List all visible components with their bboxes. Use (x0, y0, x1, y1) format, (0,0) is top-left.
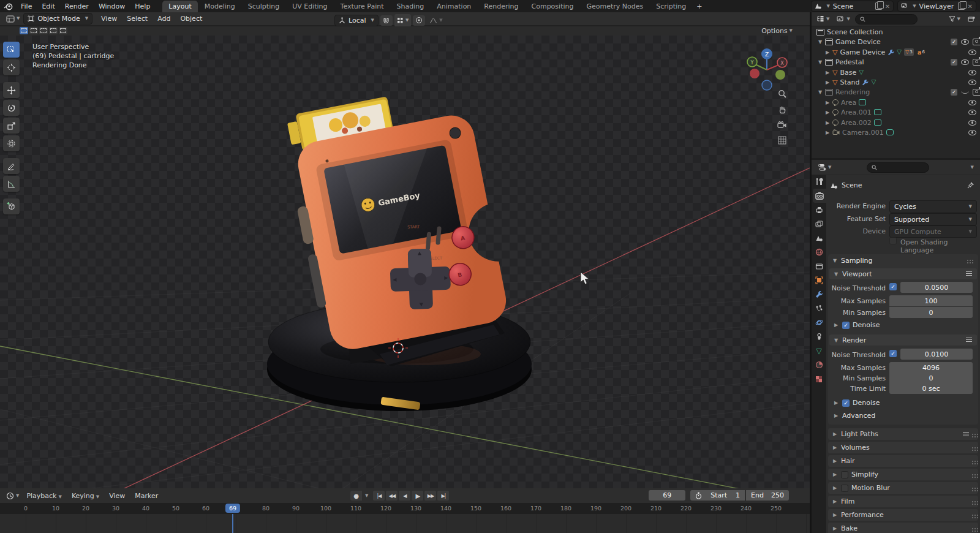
scene-selector[interactable]: ▼ Scene ✕ (811, 1, 894, 12)
ortho-grid-control[interactable] (775, 134, 789, 147)
outliner-row-pedestal-collection[interactable]: ▼ Pedestal ✓ (818, 57, 980, 67)
properties-options-dropdown[interactable]: ▼ (971, 165, 974, 170)
hidden-eye-icon[interactable] (961, 88, 969, 94)
play-button[interactable]: ▶ (412, 491, 423, 501)
vp-max-samples-field[interactable]: 100 (889, 295, 973, 306)
disclosure-icon[interactable]: ▼ (818, 89, 823, 95)
tab-world[interactable] (812, 245, 826, 259)
device-dropdown[interactable]: GPU Compute▼ (889, 225, 977, 238)
tab-collection[interactable] (812, 259, 826, 273)
disable-render-icon[interactable] (973, 89, 980, 96)
timeline-track[interactable] (0, 514, 810, 533)
menu-tl-view[interactable]: View (104, 492, 130, 500)
camera-view-control[interactable] (775, 118, 789, 132)
mode-dropdown[interactable]: Object Mode ▼ (23, 13, 92, 25)
panel-motion-blur[interactable]: ▶Motion Blur (828, 482, 978, 494)
viewlayer-selector[interactable]: ▼ ViewLayer ✕ (897, 1, 976, 12)
disable-render-icon[interactable] (973, 59, 980, 66)
disclosure-icon[interactable]: ▼ (818, 59, 823, 65)
hide-viewport-icon[interactable] (968, 80, 976, 85)
jump-to-start-button[interactable]: |◀ (373, 491, 385, 501)
prev-keyframe-button[interactable]: ◀◀ (386, 491, 398, 501)
new-collection-button[interactable] (965, 15, 978, 24)
collection-checkbox[interactable]: ✓ (951, 59, 957, 66)
tool-scale[interactable] (3, 118, 20, 134)
outliner-row-camera-001[interactable]: ▶ Camera.001 (825, 127, 980, 137)
tab-geometry-nodes[interactable]: Geometry Nodes (580, 1, 649, 12)
panel-light-paths[interactable]: ▶Light Paths (828, 428, 978, 440)
transform-orientation-dropdown[interactable]: Local ▼ (334, 15, 379, 26)
tool-annotate[interactable] (3, 158, 20, 174)
tab-sculpting[interactable]: Sculpting (242, 1, 285, 12)
time-limit-field[interactable]: 0 sec (889, 383, 973, 394)
outliner-display-mode[interactable]: ▼ (834, 15, 852, 24)
editor-type-selector[interactable]: ▼ (4, 14, 22, 24)
outliner-row-scene-collection[interactable]: Scene Collection (816, 27, 980, 37)
sampling-render-subpanel[interactable]: ▼Render (829, 335, 977, 346)
tool-select-box[interactable] (3, 42, 20, 58)
timeline-ruler[interactable]: 0 10 20 30 40 50 60 80 90 100 110 120 13… (0, 504, 810, 514)
menu-view[interactable]: View (96, 15, 122, 23)
tool-cursor[interactable] (3, 59, 20, 75)
tool-move[interactable] (3, 82, 20, 98)
navigation-gizmo[interactable]: Z Y X (741, 42, 793, 93)
r-noise-threshold-field[interactable]: 0.0100 (900, 349, 973, 360)
menu-object[interactable]: Object (175, 15, 207, 23)
next-keyframe-button[interactable]: ▶▶ (424, 491, 436, 501)
vp-noise-threshold-field[interactable]: 0.0500 (900, 282, 973, 293)
timeline-editor-selector[interactable]: ▼ (4, 491, 21, 501)
tool-transform[interactable] (3, 135, 20, 151)
feature-set-dropdown[interactable]: Supported▼ (889, 213, 977, 225)
disable-render-icon[interactable] (973, 39, 980, 45)
tab-physics[interactable] (812, 316, 826, 330)
osl-checkbox[interactable] (889, 237, 897, 244)
menu-render[interactable]: Render (60, 2, 94, 10)
disclosure-icon[interactable]: ▼ (818, 39, 823, 45)
options-dropdown[interactable]: Options▼ (761, 26, 793, 36)
r-denoise-subpanel[interactable]: ▶✓ Denoise (834, 399, 880, 407)
disclosure-icon[interactable]: ▶ (825, 80, 830, 85)
panel-performance[interactable]: ▶Performance (828, 509, 978, 521)
r-min-samples-field[interactable]: 0 (889, 372, 973, 384)
preset-icon[interactable] (966, 338, 972, 342)
tab-shading[interactable]: Shading (391, 1, 431, 12)
unlink-viewlayer-icon[interactable]: ✕ (968, 3, 973, 10)
outliner-row-area[interactable]: ▶ Area (825, 97, 980, 107)
auto-keyframe-button[interactable]: ● (350, 491, 362, 501)
tab-animation[interactable]: Animation (431, 1, 477, 12)
disclosure-icon[interactable]: ▶ (825, 110, 830, 115)
menu-edit[interactable]: Edit (37, 2, 59, 10)
menu-file[interactable]: File (16, 2, 37, 10)
tool-measure[interactable] (3, 176, 20, 192)
tool-add-cube[interactable] (3, 198, 20, 214)
copy-scene-icon[interactable] (875, 2, 882, 10)
hide-viewport-icon[interactable] (961, 39, 969, 45)
tab-scripting[interactable]: Scripting (650, 1, 692, 12)
tab-constraints[interactable] (812, 330, 826, 344)
tab-object[interactable] (812, 273, 826, 287)
disclosure-icon[interactable]: ▶ (825, 100, 830, 105)
outliner-editor-selector[interactable]: ▼ (814, 14, 832, 24)
menu-window[interactable]: Window (94, 2, 130, 10)
panel-simplify[interactable]: ▶Simplify (828, 469, 978, 480)
menu-select[interactable]: Select (122, 15, 153, 23)
outliner-row-area-002[interactable]: ▶ Area.002 (825, 118, 980, 127)
render-engine-dropdown[interactable]: Cycles▼ (889, 200, 977, 213)
playhead[interactable]: 69 (225, 504, 240, 513)
panel-expand-icon[interactable]: ▼ (833, 258, 838, 263)
end-frame-field[interactable]: End250 (746, 490, 789, 501)
jump-to-end-button[interactable]: ▶| (437, 491, 449, 501)
proportional-falloff-dropdown[interactable]: ▼ (427, 16, 445, 25)
tab-texture-paint[interactable]: Texture Paint (334, 1, 390, 12)
select-intersect-button[interactable] (59, 27, 67, 34)
menu-playback[interactable]: Playback▼ (21, 492, 66, 500)
hide-viewport-icon[interactable] (968, 50, 976, 55)
properties-editor-selector[interactable]: ▼ (815, 162, 834, 172)
snap-toggle[interactable] (380, 15, 393, 26)
select-subtract-button[interactable] (39, 27, 48, 34)
outliner-filter[interactable]: ▼ (946, 15, 963, 23)
disclosure-icon[interactable]: ▶ (825, 70, 830, 75)
hide-viewport-icon[interactable] (968, 110, 976, 115)
panel-volumes[interactable]: ▶Volumes (828, 442, 978, 453)
outliner-row-rendering-collection[interactable]: ▼ Rendering ✓ (818, 87, 980, 97)
